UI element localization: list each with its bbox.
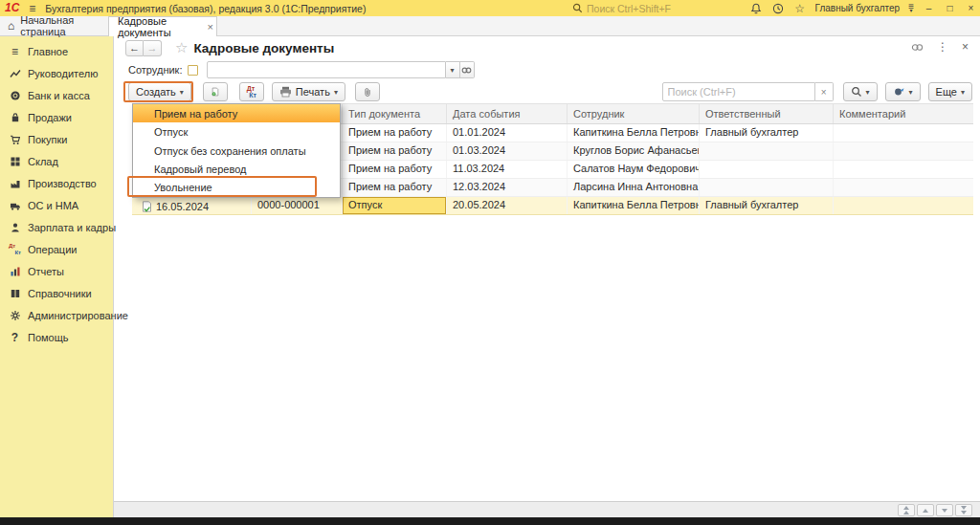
load-document-button[interactable] [203,82,228,101]
close-window-button[interactable]: × [965,3,977,13]
col-responsible[interactable]: Ответственный [700,104,834,123]
current-user[interactable]: Главный бухгалтер [815,3,901,13]
window-title: Бухгалтерия предприятия (базовая), редак… [45,3,366,14]
sidebar-item-fixed-assets[interactable]: ОС и НМА [0,194,113,216]
create-dropdown-menu: Прием на работу Отпуск Отпуск без сохран… [132,103,341,198]
service-menu-icon[interactable]: ≡▾ [908,4,914,13]
sidebar-item-bank-cash[interactable]: Банк и касса [0,84,113,106]
menu-item-transfer[interactable]: Кадровый перевод [133,160,340,178]
minimize-button[interactable]: – [923,3,935,13]
go-previous-button[interactable] [917,504,934,516]
document-green-arrow-icon [211,85,220,98]
col-employee[interactable]: Сотрудник [568,104,700,123]
sidebar-label: Производство [28,178,97,189]
document-posted-icon [142,201,152,212]
main-content: ← → ☆ Кадровые документы ⋮ × Сотрудник: … [113,36,980,517]
global-search[interactable] [572,0,749,16]
menu-item-dismissal[interactable]: Увольнение [133,179,340,197]
col-comment[interactable]: Комментарий [834,104,973,123]
more-menu-icon[interactable]: ⋮ [937,40,948,54]
sidebar-item-help[interactable]: ? Помощь [0,326,113,348]
list-bottom-strip [114,501,980,517]
form-header-icons: ⋮ × [911,40,969,54]
employee-dropdown-icon[interactable]: ▾ [446,61,460,78]
sidebar-item-operations[interactable]: ДтКт Операции [0,238,113,260]
go-last-button[interactable] [955,504,972,516]
bottom-dark-strip [0,517,980,525]
sidebar-item-references[interactable]: Справочники [0,282,113,304]
back-button[interactable]: ← [125,40,144,56]
sidebar-item-warehouse[interactable]: Склад [0,150,113,172]
favorites-star-icon[interactable]: ☆ [793,2,807,15]
table-row-selected[interactable]: 16.05.2024 0000-000001 Отпуск 20.05.2024… [132,197,973,215]
main-menu-icon[interactable]: ≡ [25,2,45,15]
menu-item-vacation[interactable]: Отпуск [133,122,340,141]
history-icon[interactable] [771,2,785,15]
go-first-button[interactable] [898,504,915,516]
tab-close-icon[interactable]: × [205,21,216,33]
sidebar-label: Покупки [28,134,67,145]
tab-bar: ⌂ Начальная страница Кадровые документы … [0,16,980,36]
print-button[interactable]: Печать ▾ [272,82,345,101]
get-link-icon[interactable] [911,42,924,53]
sidebar-item-main[interactable]: ≡ Главное [0,40,113,62]
dt-kt-icon: ДтКт [247,85,256,98]
book-icon [9,287,21,299]
tab-active-label: Кадровые документы [118,15,199,38]
titlebar-controls: ☆ Главный бухгалтер ≡▾ – □ × [749,0,977,16]
forward-button[interactable]: → [144,40,162,56]
sidebar-label: Справочники [28,288,92,299]
employee-filter-checkbox[interactable] [188,65,198,76]
history-nav: ← → [125,40,162,56]
chevron-down-icon: ▾ [961,88,965,97]
factory-icon [9,177,21,189]
menu-lines-icon: ≡ [9,45,21,57]
sidebar-label: Склад [28,156,58,167]
list-search-input[interactable] [662,82,815,101]
employee-link-icon[interactable] [460,61,475,78]
sidebar-label: Банк и касса [28,90,90,101]
sidebar-label: Зарплата и кадры [28,222,116,233]
chevron-down-icon: ▾ [909,88,913,97]
maximize-button[interactable]: □ [944,3,956,13]
view-settings-button[interactable]: ▾ [885,82,921,101]
col-type[interactable]: Тип документа [343,104,447,123]
clear-search-icon[interactable]: × [815,82,834,101]
go-next-button[interactable] [936,504,953,516]
search-icon [851,86,862,98]
menu-item-unpaid-vacation[interactable]: Отпуск без сохранения оплаты [133,142,340,160]
global-search-input[interactable] [587,3,749,14]
col-event-date[interactable]: Дата события [447,104,568,123]
create-button[interactable]: Создать ▾ [128,82,191,101]
question-icon: ? [9,331,21,343]
sidebar-item-reports[interactable]: Отчеты [0,260,113,282]
notifications-bell-icon[interactable] [749,2,763,15]
add-favorite-star-icon[interactable]: ☆ [175,39,188,56]
sidebar-label: ОС и НМА [28,200,78,211]
truck-icon [9,199,21,211]
close-form-icon[interactable]: × [962,40,969,54]
employee-filter-input[interactable] [207,61,446,78]
attachments-button[interactable] [355,82,380,101]
menu-item-hire[interactable]: Прием на работу [133,104,340,122]
tab-personnel-documents[interactable]: Кадровые документы × [108,16,217,36]
sidebar-item-sales[interactable]: Продажи [0,106,113,128]
search-options-button[interactable]: ▾ [843,82,878,101]
sidebar-item-production[interactable]: Производство [0,172,113,194]
sidebar-label: Администрирование [28,310,128,321]
sidebar-item-manager[interactable]: Руководителю [0,62,113,84]
form-header: ← → ☆ Кадровые документы ⋮ × [114,36,980,59]
view-settings-icon [893,86,905,98]
show-postings-button[interactable]: ДтКт [239,82,264,101]
more-button[interactable]: Еще ▾ [928,82,972,101]
cart-icon [9,133,21,145]
row-navigation [898,504,972,516]
trend-chart-icon [9,67,21,79]
sidebar: ≡ Главное Руководителю Банк и касса Прод… [0,36,113,517]
sidebar-item-salary-hr[interactable]: Зарплата и кадры [0,216,113,238]
sidebar-item-administration[interactable]: Администрирование [0,304,113,326]
1c-logo: 1С [0,0,25,16]
sidebar-label: Отчеты [28,266,64,277]
sidebar-item-purchases[interactable]: Покупки [0,128,113,150]
tab-home-page[interactable]: ⌂ Начальная страница [0,16,108,35]
